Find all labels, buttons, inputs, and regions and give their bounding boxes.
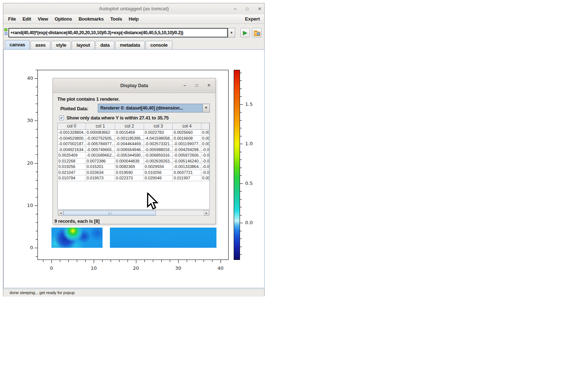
axis-tick	[36, 189, 37, 189]
expert-label[interactable]: Expert	[245, 14, 260, 24]
chevron-down-icon: ▼	[230, 31, 233, 35]
menu-item-options[interactable]: Options	[51, 14, 75, 24]
table-cell: 0.0022783	[144, 130, 173, 136]
table-cell: 0.00	[201, 130, 209, 136]
axis-tick	[111, 260, 111, 262]
table-cell: -0.0	[201, 153, 209, 158]
axis-tick	[35, 121, 37, 121]
tab-console[interactable]: console	[146, 41, 172, 49]
table-row[interactable]: 0.0192560.0152010.00823690.0029934-0.001…	[58, 164, 209, 170]
table-cell: -0.005784977...	[86, 141, 115, 147]
colorbar	[234, 70, 240, 260]
combo-arrow-button[interactable]: ▼	[202, 104, 209, 112]
y-tick-label: 40	[21, 75, 33, 81]
table-cell: 0.0025409	[58, 153, 86, 158]
menu-item-help[interactable]: Help	[125, 14, 142, 24]
axis-tick	[240, 136, 242, 136]
dialog-title-bar[interactable]: Display Data – □ ✕	[53, 78, 215, 93]
close-icon[interactable]: ✕	[257, 6, 263, 12]
x-tick-label: 40	[215, 265, 226, 271]
tab-canvas[interactable]: canvas	[5, 40, 30, 49]
table-row[interactable]: 0.0122680.00723860.000044839-0.002639263…	[58, 158, 209, 164]
tab-metadata[interactable]: metadata	[115, 41, 145, 49]
dialog-maximize-icon[interactable]: □	[194, 82, 200, 89]
table-row[interactable]: -0.004921634...-0.005749665...-0.0065649…	[58, 147, 209, 153]
axis-tick	[240, 168, 242, 168]
chevron-down-icon: ▼	[205, 106, 208, 110]
dialog-close-icon[interactable]: ✕	[206, 82, 212, 89]
axis-tick	[212, 260, 212, 262]
column-header[interactable]: col 4	[173, 123, 201, 130]
scroll-right-button[interactable]: ►	[204, 211, 209, 215]
table-row[interactable]: -0.001328804...0.0000836620.00154590.002…	[58, 130, 209, 136]
table-cell: 0.012268	[58, 158, 86, 164]
menu-item-tools[interactable]: Tools	[107, 14, 125, 24]
table-row[interactable]: -0.007002187...-0.005784977...-0.0044644…	[58, 141, 209, 147]
table-cell: 0.019590	[115, 170, 144, 176]
axis-tick	[170, 260, 170, 262]
axis-tick	[36, 222, 37, 223]
table-cell: 0.019573	[86, 175, 115, 181]
minimize-icon[interactable]: –	[232, 6, 238, 12]
uri-status-icon	[4, 28, 8, 36]
colorbar-tick-label: 1.5	[245, 101, 253, 107]
tab-layout[interactable]: layout	[72, 41, 94, 49]
table-cell: 0.0082369	[115, 164, 144, 170]
menu-item-bookmarks[interactable]: Bookmarks	[75, 14, 107, 24]
scrollbar-thumb[interactable]	[63, 211, 156, 215]
table-cell: 0.000083662	[86, 130, 115, 136]
data-table[interactable]: col 0col 1col 2col 3col 4 -0.001328804..…	[57, 123, 210, 210]
colorbar-tick-label: 1.0	[245, 141, 253, 146]
axis-tick	[240, 175, 242, 176]
axis-tick	[36, 154, 37, 155]
table-row[interactable]: 0.0210470.0236340.0195900.0102560.003772…	[58, 170, 209, 176]
menu-item-file[interactable]: File	[5, 14, 19, 24]
table-cell: 0.010256	[144, 170, 173, 176]
uri-toolbar: ▼ ▶	[3, 24, 264, 40]
table-row[interactable]: -0.004529800...-0.002752505...-0.0011853…	[58, 136, 209, 142]
axis-tick	[36, 112, 37, 112]
filter-checkbox[interactable]: ✔	[59, 115, 64, 120]
tab-style[interactable]: style	[51, 41, 71, 49]
axis-tick	[240, 231, 242, 231]
scroll-left-button[interactable]: ◄	[58, 211, 63, 215]
axis-tick	[240, 128, 242, 128]
axis-tick	[35, 248, 37, 248]
column-header[interactable]	[201, 123, 209, 130]
uri-dropdown-button[interactable]: ▼	[228, 28, 235, 37]
table-cell: -0.001333864...	[173, 164, 201, 170]
arrow-left-icon: ◄	[60, 212, 62, 214]
menu-item-edit[interactable]: Edit	[19, 14, 34, 24]
go-button[interactable]: ▶	[240, 28, 250, 37]
tab-strip: canvasaxesstylelayoutdatametadataconsole	[5, 40, 262, 49]
table-row[interactable]: 0.0107840.0195730.0223730.0200490.011997…	[58, 175, 209, 181]
axis-tick	[240, 73, 242, 73]
axis-tick	[240, 120, 242, 121]
column-header[interactable]: col 1	[86, 123, 115, 130]
table-cell: 0.000044839	[115, 158, 144, 164]
table-cell: 0.022373	[115, 175, 144, 181]
x-tick-label: 30	[172, 265, 184, 271]
title-bar[interactable]: Autoplot untagged (as tomcat) – □ ✕	[3, 3, 264, 14]
tab-axes[interactable]: axes	[31, 41, 50, 49]
column-header[interactable]: col 3	[144, 123, 173, 130]
column-header[interactable]: col 0	[58, 123, 86, 130]
axis-tick	[36, 239, 37, 240]
axis-tick	[36, 104, 37, 104]
plotted-data-select[interactable]: Renderer 0: dataset[40,40] (dimension...…	[98, 104, 210, 112]
horizontal-scrollbar[interactable]: ◄ ►	[58, 210, 209, 216]
axis-tick	[36, 214, 37, 214]
axis-tick	[136, 260, 136, 263]
axis-tick	[36, 256, 37, 257]
column-header[interactable]: col 2	[115, 123, 144, 130]
axis-tick	[35, 78, 37, 79]
arrow-right-icon: ►	[205, 212, 208, 214]
inspect-uri-button[interactable]	[252, 28, 262, 37]
axis-tick	[94, 260, 94, 263]
uri-input[interactable]	[8, 28, 228, 37]
tab-data[interactable]: data	[96, 41, 115, 49]
table-row[interactable]: 0.0025409-0.001689662...-0.005344580...-…	[58, 153, 209, 158]
menu-item-view[interactable]: View	[35, 14, 51, 24]
maximize-icon[interactable]: □	[244, 6, 250, 12]
dialog-minimize-icon[interactable]: –	[182, 82, 188, 89]
